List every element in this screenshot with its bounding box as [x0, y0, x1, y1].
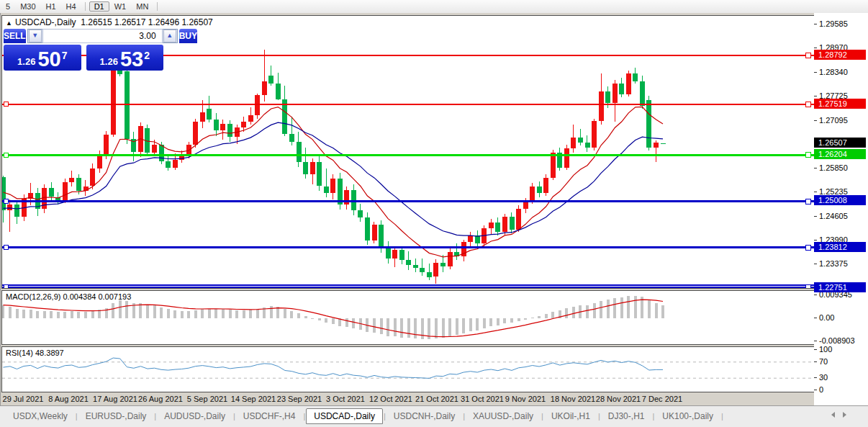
tab-ukoil-h1[interactable]: UKOil-,H1	[544, 409, 597, 423]
tab-separator: |	[541, 412, 543, 421]
timeframe-w1[interactable]: W1	[109, 1, 132, 12]
date-axis: 29 Jul 20218 Aug 202117 Aug 202126 Aug 2…	[1, 392, 813, 405]
price-tag-1.28792: 1.28792	[814, 50, 866, 60]
one-click-trading-panel: SELL ▼ ▲ BUY 1.26507 1.26532	[4, 29, 163, 71]
price-tag-1.25008: 1.25008	[814, 195, 866, 205]
date-label: 8 Aug 2021	[48, 395, 89, 403]
tab-separator: |	[303, 412, 305, 421]
timeframe-h1[interactable]: H1	[41, 1, 61, 12]
date-label: 28 Nov 2021	[596, 395, 641, 403]
volume-increase-icon[interactable]: ▲	[163, 30, 176, 42]
chart-window: 1.295851.289701.283401.277251.270951.258…	[0, 13, 868, 405]
chart-ohlc-values: 1.26515 1.26517 1.26496 1.26507	[81, 17, 213, 27]
sell-price-display[interactable]: 1.26507	[4, 45, 81, 71]
price-tick: 1.24605	[814, 212, 848, 220]
date-label: 7 Dec 2021	[642, 395, 682, 403]
price-tag-1.27519: 1.27519	[814, 99, 866, 109]
toolbar-separator	[85, 2, 86, 11]
price-tag-1.23812: 1.23812	[814, 242, 866, 252]
tab-separator: |	[652, 412, 654, 421]
price-tag-1.22751: 1.22751	[814, 282, 866, 292]
rsi-scale-tick: 70	[814, 357, 828, 366]
price-tick: 1.23375	[814, 259, 848, 268]
timeframe-toolbar: 5M30H1H4D1W1MN	[0, 0, 868, 14]
chart-title: ▲USDCAD-,Daily 1.26515 1.26517 1.26496 1…	[6, 17, 213, 27]
rsi-scale-tick: 30	[814, 373, 828, 382]
tab-separator: |	[598, 412, 600, 421]
chart-tab-bar: USDX,Weekly|EURUSD-,Daily|AUDUSD-,Daily|…	[0, 405, 868, 427]
price-tick: 1.27095	[814, 116, 848, 125]
volume-input[interactable]	[42, 29, 163, 43]
rsi-scale-tick: 0	[814, 385, 823, 394]
symbol-collapse-icon[interactable]: ▲	[6, 19, 12, 27]
buy-button[interactable]: BUY	[179, 29, 197, 43]
tab-uk100-daily[interactable]: UK100-,Daily	[655, 409, 720, 423]
tab-usdcnh-daily[interactable]: USDCNH-,Daily	[386, 409, 462, 423]
rsi-label: RSI(14) 48.3897	[6, 349, 64, 357]
tab-separator: |	[384, 412, 386, 421]
rsi-indicator-pane[interactable]	[1, 346, 815, 392]
rsi-scale-tick: 100	[814, 345, 832, 354]
chart-symbol-label: USDCAD-,Daily	[15, 17, 76, 27]
date-label: 18 Nov 2021	[551, 395, 595, 403]
volume-stepper: ▼ ▲	[27, 29, 178, 43]
timeframe-d1[interactable]: D1	[89, 1, 109, 12]
buy-price-display[interactable]: 1.26532	[86, 45, 164, 71]
timeframe-m30[interactable]: M30	[15, 1, 40, 12]
tab-scroll-left-icon[interactable]	[831, 412, 835, 418]
toolbar-separator	[157, 2, 158, 11]
tab-xauusd-daily[interactable]: XAUUSD-,Daily	[466, 409, 541, 423]
tab-usdx-weekly[interactable]: USDX,Weekly	[6, 409, 75, 423]
macd-label: MACD(12,26,9) 0.004384 0.007193	[6, 292, 131, 301]
date-label: 14 Sep 2021	[231, 395, 276, 403]
price-tag-1.26507: 1.26507	[814, 138, 866, 148]
date-label: 5 Sep 2021	[187, 395, 227, 403]
price-tick: 1.29585	[814, 19, 848, 28]
timeframe-h4[interactable]: H4	[61, 1, 81, 12]
date-label: 26 Aug 2021	[138, 395, 183, 403]
tab-separator: |	[233, 412, 235, 421]
tab-separator: |	[76, 412, 78, 421]
tab-eurusd-daily[interactable]: EURUSD-,Daily	[78, 409, 154, 423]
date-label: 29 Jul 2021	[3, 395, 44, 403]
tab-usdcad-daily[interactable]: USDCAD-,Daily	[306, 408, 383, 424]
tab-audusd-daily[interactable]: AUDUSD-,Daily	[157, 409, 232, 423]
price-tag-1.26204: 1.26204	[814, 149, 866, 159]
tab-separator: |	[721, 412, 723, 421]
tab-scroll-right-icon[interactable]	[843, 412, 846, 418]
timeframe-5[interactable]: 5	[1, 1, 15, 12]
date-label: 17 Aug 2021	[93, 395, 137, 403]
date-label: 23 Sep 2021	[277, 395, 322, 403]
macd-scale-tick: -0.008903	[814, 336, 855, 345]
price-tick: 1.28340	[814, 68, 848, 76]
date-label: 12 Oct 2021	[369, 395, 412, 403]
timeframe-mn[interactable]: MN	[131, 1, 153, 12]
date-label: 21 Oct 2021	[415, 395, 458, 403]
tab-usdchf-h4[interactable]: USDCHF-,H4	[236, 409, 303, 423]
sell-button[interactable]: SELL	[4, 29, 26, 43]
macd-scale-tick: 0.00	[814, 313, 834, 322]
date-label: 3 Oct 2021	[326, 395, 365, 403]
tab-dj30-h1[interactable]: DJ30-,H1	[601, 409, 652, 423]
date-label: 9 Nov 2021	[505, 395, 546, 403]
price-scale: 1.295851.289701.283401.277251.270951.258…	[814, 13, 868, 405]
volume-decrease-icon[interactable]: ▼	[29, 30, 42, 42]
tab-separator: |	[154, 412, 156, 421]
price-tick: 1.25850	[814, 163, 848, 172]
date-label: 31 Oct 2021	[461, 395, 504, 403]
tab-separator: |	[463, 412, 465, 421]
